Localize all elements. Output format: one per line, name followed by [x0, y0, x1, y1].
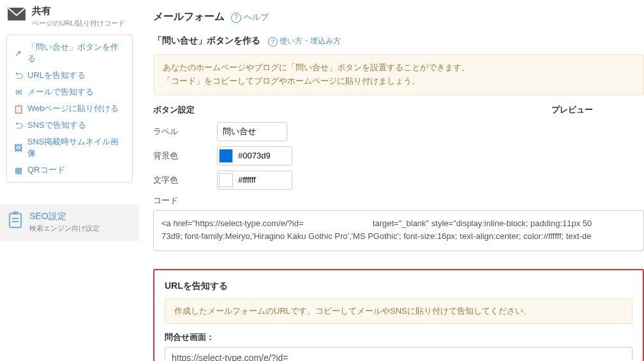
seo-title: SEO設定 — [29, 211, 100, 222]
label-code: コード — [153, 195, 644, 206]
external-link-icon: ↗ — [13, 49, 24, 58]
clipboard-icon — [8, 211, 23, 233]
sidebar-item-url-announce[interactable]: ⮌ URLを告知する — [7, 67, 132, 84]
label-bgcolor: 背景色 — [153, 150, 217, 162]
bg-color-swatch[interactable] — [219, 149, 233, 163]
sidebar-item-sns-thumbnail[interactable]: 🖼 SNS掲載時サムネイル画像 — [7, 134, 132, 162]
sidebar-item-qr[interactable]: ▦ QRコード — [7, 162, 132, 178]
info-line: あなたのホームページやブログに「問い合せ」ボタンを設置することができます。 — [163, 61, 634, 75]
col-header-preview: プレビュー — [551, 104, 593, 116]
info-box-url: 作成したメールフォームのURLです。コピーしてメールやSNSに貼り付けて告知して… — [165, 298, 633, 324]
section-heading-url: URLを告知する — [165, 280, 633, 292]
url-input[interactable] — [165, 347, 633, 361]
sidebar-item-label: 「問い合せ」ボタンを作る — [27, 42, 126, 65]
bg-color-input[interactable] — [236, 148, 288, 164]
seo-subtitle: 検索エンジン向け設定 — [29, 224, 100, 233]
sidebar-item-label: QRコード — [27, 164, 65, 176]
sidebar-item-sns-announce[interactable]: ⮌ SNSで告知する — [7, 117, 132, 134]
sidebar-item-label: URLを告知する — [27, 70, 86, 81]
usage-link[interactable]: 使い方・埋込み方 — [268, 36, 341, 47]
col-header-settings: ボタン設定 — [153, 104, 195, 116]
share-subtitle: ページのURL/貼り付けコード — [32, 19, 125, 28]
sidebar-item-label: Webページに貼り付ける — [27, 103, 119, 114]
sns-share-icon: ⮌ — [13, 121, 24, 130]
label-label: ラベル — [153, 126, 217, 137]
help-link[interactable]: ヘルプ — [231, 12, 269, 23]
share-header: 共有 ページのURL/貼り付けコード — [0, 5, 139, 35]
sidebar-item-web-paste[interactable]: 📋 Webページに貼り付ける — [7, 100, 132, 117]
share-title: 共有 — [32, 5, 125, 17]
share-icon: ⮌ — [13, 71, 24, 81]
info-line: 「コード」をコピーしてブログやホームページに貼り付けましょう。 — [163, 75, 634, 88]
sidebar-item-mail-announce[interactable]: ✉ メールで告知する — [7, 84, 132, 100]
sidebar-item-label: SNSで告知する — [27, 119, 86, 131]
sidebar-item-label: SNS掲載時サムネイル画像 — [27, 136, 126, 159]
info-box-create: あなたのホームページやブログに「問い合せ」ボタンを設置することができます。 「コ… — [153, 54, 644, 95]
envelope-icon: ✉ — [13, 88, 24, 97]
image-icon: 🖼 — [13, 143, 24, 153]
svg-rect-2 — [13, 211, 18, 215]
paste-icon: 📋 — [13, 104, 24, 114]
page-title: メールフォーム — [153, 10, 225, 24]
svg-rect-1 — [10, 213, 21, 227]
fg-color-swatch[interactable] — [219, 173, 233, 187]
sidebar-item-label: メールで告知する — [27, 86, 94, 98]
label-fgcolor: 文字色 — [153, 174, 217, 186]
qr-icon: ▦ — [13, 165, 24, 175]
envelope-large-icon — [8, 8, 26, 20]
code-textarea[interactable]: <a href="https://select-type.com/e/?id= … — [153, 210, 644, 251]
share-menu: ↗ 「問い合せ」ボタンを作る ⮌ URLを告知する ✉ メールで告知する 📋 W… — [6, 35, 133, 183]
url-announce-section: URLを告知する 作成したメールフォームのURLです。コピーしてメールやSNSに… — [153, 269, 644, 361]
fg-color-input[interactable] — [236, 173, 288, 188]
label-input[interactable] — [217, 122, 287, 141]
sidebar-item-create-button[interactable]: ↗ 「問い合せ」ボタンを作る — [7, 39, 132, 67]
sidebar-item-seo[interactable]: SEO設定 検索エンジン向け設定 — [0, 204, 139, 241]
label-inquiry-screen: 問合せ画面： — [165, 332, 633, 343]
section-heading-create-button: 「問い合せ」ボタンを作る — [153, 35, 260, 47]
